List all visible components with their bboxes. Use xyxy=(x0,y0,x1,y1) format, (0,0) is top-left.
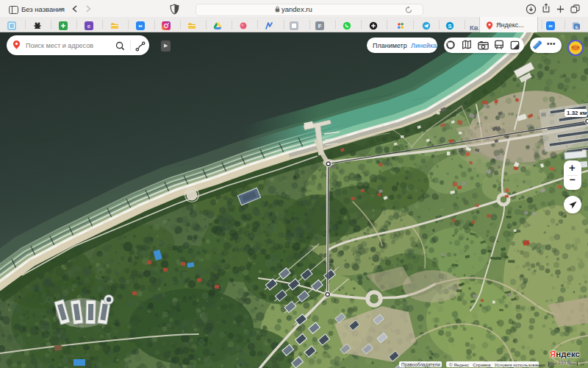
svg-text:вк: вк xyxy=(138,24,143,28)
svg-text:Б: Б xyxy=(576,25,579,29)
svg-text:S: S xyxy=(448,23,451,29)
svg-text:F: F xyxy=(318,23,322,29)
svg-text:e: e xyxy=(87,23,91,29)
svg-text:вк: вк xyxy=(548,24,553,28)
